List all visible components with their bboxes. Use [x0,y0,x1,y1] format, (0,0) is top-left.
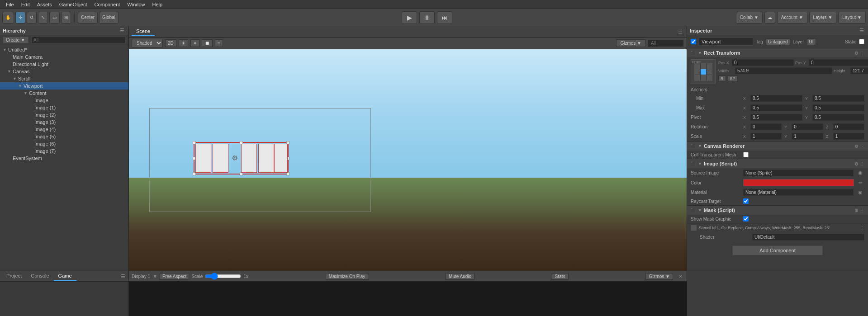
menu-gameobject[interactable]: GameObject [56,1,91,8]
rect-options[interactable]: ⚙ ⋮ [854,51,864,56]
skybox-toggle[interactable]: 🔲 [202,39,213,47]
tree-item-main-camera[interactable]: Main Camera [0,53,128,61]
tab-project[interactable]: Project [2,271,26,281]
pivot-y-input[interactable] [812,114,864,121]
static-checkbox[interactable] [859,39,864,44]
bottom-menu-icon[interactable]: ☰ [119,274,127,279]
scale-z-input[interactable] [833,133,864,140]
anchor-preset-visual[interactable]: center [691,59,716,84]
tab-scene[interactable]: Scene [132,28,155,36]
tool-move[interactable]: ✛ [15,12,25,24]
tree-item-directional-light[interactable]: Directional Light [0,61,128,68]
shader-input[interactable] [752,234,864,241]
add-component-button[interactable]: Add Component [732,245,823,255]
tree-item-image4[interactable]: Image (4) [0,126,128,133]
show-mask-checkbox[interactable] [743,216,749,222]
tree-item-image5[interactable]: Image (5) [0,133,128,140]
mask-script-options[interactable]: ⚙ ⋮ [854,208,864,213]
aspect-dropdown[interactable]: Free Aspect [160,273,189,280]
handle-br[interactable] [286,172,289,175]
fx-toggle[interactable]: ✦ [190,39,199,47]
tool-hand[interactable]: ✋ [2,12,14,24]
menu-component[interactable]: Component [90,1,123,8]
layer-dropdown[interactable]: UI [807,38,816,45]
object-name-input[interactable] [699,38,753,46]
tree-item-content[interactable]: ▼ Content [0,90,128,97]
image-script-options[interactable]: ⚙ ⋮ [854,161,864,166]
tree-item-image2[interactable]: Image (2) [0,111,128,118]
canvas-renderer-options[interactable]: ⚙ ⋮ [854,144,864,149]
menu-edit[interactable]: Edit [18,1,33,8]
tree-item-image[interactable]: Image [0,97,128,104]
hierarchy-search[interactable] [31,37,126,43]
scale-slider[interactable] [205,273,241,280]
account-dropdown[interactable]: Account ▼ [777,12,807,24]
create-dropdown[interactable]: Create ▼ [3,37,28,43]
scale-y-input[interactable] [792,133,823,140]
tool-scale[interactable]: ⤡ [38,12,48,24]
width-input[interactable] [735,67,832,74]
rotation-z-input[interactable] [833,123,864,130]
height-input[interactable] [850,67,868,74]
menu-help[interactable]: Help [148,1,166,8]
tree-item-image1[interactable]: Image (1) [0,104,128,111]
canvas-renderer-header[interactable]: ⬛ ▼ Canvas Renderer ⚙ ⋮ [687,141,868,151]
fog-toggle[interactable]: ≡ [215,39,223,47]
handle-bc[interactable] [240,172,243,175]
pos-y-input[interactable] [809,59,868,66]
pos-x-input[interactable] [732,59,794,66]
tree-item-eventsystem[interactable]: EventSystem [0,155,128,162]
bp-btn[interactable]: BP [728,75,738,82]
scene-menu-icon[interactable]: ☰ [677,29,684,35]
space-btn[interactable]: Global [99,12,119,24]
anchor-max-x[interactable] [750,104,802,111]
material-picker[interactable]: ◉ [856,189,864,195]
2d-toggle[interactable]: 2D [165,39,176,47]
scene-canvas[interactable]: ⚙ [129,49,687,271]
stats-btn[interactable]: Stats [552,273,569,280]
scale-x-input[interactable] [750,133,782,140]
layers-dropdown[interactable]: Layers ▼ [809,12,837,24]
layout-dropdown[interactable]: Layout ▼ [838,12,866,24]
shading-dropdown[interactable]: Shaded [132,39,163,47]
play-button[interactable]: ▶ [402,11,417,24]
tree-item-untitled[interactable]: ▼ Untitled* [0,46,128,53]
object-enabled-checkbox[interactable] [691,39,696,44]
anchor-max-y[interactable] [812,104,864,111]
tab-console[interactable]: Console [26,271,53,281]
mute-audio-btn[interactable]: Mute Audio [446,273,474,280]
tree-item-image6[interactable]: Image (6) [0,140,128,147]
cloud-btn[interactable]: ☁ [764,12,775,24]
tool-rotate[interactable]: ↺ [27,12,37,24]
handle-bl[interactable] [193,172,196,175]
scene-search-input[interactable] [648,39,684,47]
tree-item-scroll[interactable]: ▼ Scroll [0,75,128,82]
tag-dropdown[interactable]: Untagged [766,38,790,45]
menu-file[interactable]: File [2,1,18,8]
step-button[interactable]: ⏭ [437,11,452,24]
pivot-btn[interactable]: Center [78,12,98,24]
game-gizmos-dropdown[interactable]: Gizmos ▼ [645,273,673,280]
source-image-picker[interactable]: ◉ [856,170,864,176]
tree-item-viewport[interactable]: ▼ Viewport [0,82,128,90]
tree-item-image7[interactable]: Image (7) [0,147,128,155]
image-script-header[interactable]: ⬛ ▼ Image (Script) ⚙ ⋮ [687,159,868,168]
tool-rect[interactable]: ▭ [49,12,60,24]
tree-item-canvas[interactable]: ▼ Canvas [0,68,128,75]
cull-transparent-checkbox[interactable] [743,152,749,157]
anchor-min-y[interactable] [812,95,864,102]
hierarchy-menu-icon[interactable]: ☰ [119,28,126,33]
menu-assets[interactable]: Assets [33,1,56,8]
maximize-on-play-btn[interactable]: Maximize On Play [326,273,369,280]
r-btn[interactable]: R [718,75,726,82]
color-swatch[interactable] [743,179,854,186]
rect-transform-header[interactable]: ⬛ ▼ Rect Transform ⚙ ⋮ [687,48,868,57]
color-picker-icon[interactable]: ✏ [857,180,864,186]
lighting-toggle[interactable]: ☀ [179,39,188,47]
pivot-x-input[interactable] [750,114,802,121]
stencil-options[interactable]: ⋮ [860,226,864,231]
tab-game[interactable]: Game [54,271,76,281]
gizmos-dropdown[interactable]: Gizmos ▼ [616,39,645,47]
rotation-y-input[interactable] [792,123,823,130]
mask-script-header[interactable]: ⬛ ▼ Mask (Script) ⚙ ⋮ [687,206,868,215]
